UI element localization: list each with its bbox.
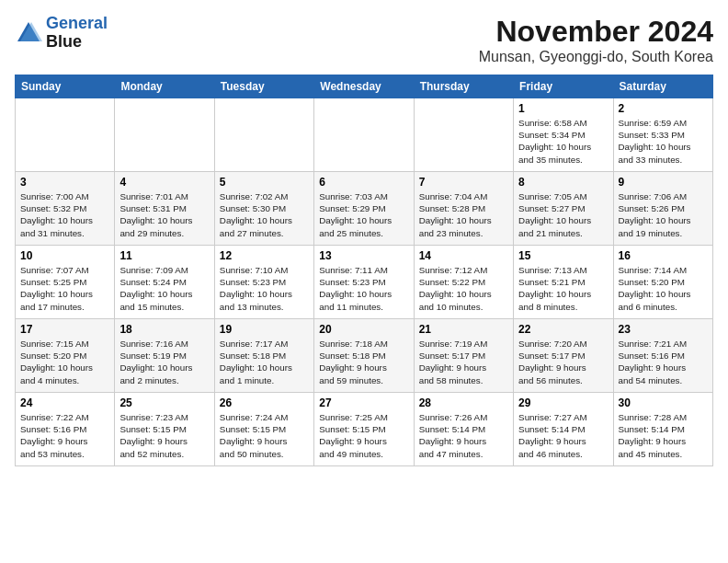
calendar-cell: [115, 98, 214, 172]
day-number: 22: [518, 323, 608, 336]
week-row-3: 10Sunrise: 7:07 AMSunset: 5:25 PMDayligh…: [16, 246, 713, 319]
calendar-cell: 9Sunrise: 7:06 AMSunset: 5:26 PMDaylight…: [613, 172, 712, 246]
col-header-saturday: Saturday: [613, 75, 712, 98]
logo: General Blue: [15, 15, 108, 52]
title-area: November 2024 Munsan, Gyeonggi-do, South…: [479, 15, 713, 65]
day-info: Sunrise: 7:00 AMSunset: 5:32 PMDaylight:…: [20, 190, 109, 239]
calendar-cell: 27Sunrise: 7:25 AMSunset: 5:15 PMDayligh…: [314, 393, 414, 466]
col-header-tuesday: Tuesday: [214, 75, 313, 98]
day-info: Sunrise: 7:16 AMSunset: 5:19 PMDaylight:…: [119, 338, 209, 386]
day-info: Sunrise: 7:13 AMSunset: 5:21 PMDaylight:…: [518, 264, 608, 313]
week-row-1: 1Sunrise: 6:58 AMSunset: 5:34 PMDaylight…: [16, 98, 713, 172]
day-number: 13: [319, 249, 408, 262]
day-info: Sunrise: 7:21 AMSunset: 5:16 PMDaylight:…: [619, 338, 708, 386]
day-number: 12: [220, 249, 309, 262]
day-info: Sunrise: 6:58 AMSunset: 5:34 PMDaylight:…: [518, 117, 608, 166]
calendar-cell: 29Sunrise: 7:27 AMSunset: 5:14 PMDayligh…: [514, 393, 613, 466]
calendar-cell: 3Sunrise: 7:00 AMSunset: 5:32 PMDaylight…: [16, 172, 115, 246]
day-number: 10: [20, 249, 109, 262]
day-info: Sunrise: 7:19 AMSunset: 5:17 PMDaylight:…: [419, 338, 508, 386]
day-number: 7: [419, 176, 508, 189]
calendar-cell: [314, 98, 414, 172]
day-number: 19: [220, 323, 309, 336]
day-info: Sunrise: 7:11 AMSunset: 5:23 PMDaylight:…: [319, 264, 408, 313]
day-info: Sunrise: 7:25 AMSunset: 5:15 PMDaylight:…: [319, 411, 408, 460]
calendar-cell: 12Sunrise: 7:10 AMSunset: 5:23 PMDayligh…: [214, 246, 313, 319]
day-number: 23: [619, 323, 708, 336]
day-number: 16: [619, 249, 708, 262]
calendar-cell: 5Sunrise: 7:02 AMSunset: 5:30 PMDaylight…: [214, 172, 313, 246]
day-number: 9: [619, 176, 708, 189]
day-info: Sunrise: 7:06 AMSunset: 5:26 PMDaylight:…: [619, 190, 708, 239]
day-info: Sunrise: 7:05 AMSunset: 5:27 PMDaylight:…: [518, 190, 608, 239]
logo-text: General Blue: [46, 15, 108, 52]
week-row-2: 3Sunrise: 7:00 AMSunset: 5:32 PMDaylight…: [16, 172, 713, 246]
day-info: Sunrise: 7:24 AMSunset: 5:15 PMDaylight:…: [220, 411, 309, 460]
day-number: 11: [119, 249, 209, 262]
day-info: Sunrise: 7:12 AMSunset: 5:22 PMDaylight:…: [419, 264, 508, 313]
week-row-5: 24Sunrise: 7:22 AMSunset: 5:16 PMDayligh…: [16, 393, 713, 466]
col-header-sunday: Sunday: [16, 75, 115, 98]
day-info: Sunrise: 7:22 AMSunset: 5:16 PMDaylight:…: [20, 411, 109, 460]
day-number: 6: [319, 176, 408, 189]
calendar-cell: 22Sunrise: 7:20 AMSunset: 5:17 PMDayligh…: [514, 319, 613, 393]
calendar-table: SundayMondayTuesdayWednesdayThursdayFrid…: [15, 75, 713, 466]
calendar-cell: [414, 98, 513, 172]
col-header-monday: Monday: [115, 75, 214, 98]
logo-icon: [15, 19, 42, 47]
calendar-cell: 21Sunrise: 7:19 AMSunset: 5:17 PMDayligh…: [414, 319, 513, 393]
day-info: Sunrise: 7:15 AMSunset: 5:20 PMDaylight:…: [20, 338, 109, 386]
calendar-cell: 11Sunrise: 7:09 AMSunset: 5:24 PMDayligh…: [115, 246, 214, 319]
calendar-header-row: SundayMondayTuesdayWednesdayThursdayFrid…: [16, 75, 713, 98]
calendar-cell: 4Sunrise: 7:01 AMSunset: 5:31 PMDaylight…: [115, 172, 214, 246]
day-info: Sunrise: 6:59 AMSunset: 5:33 PMDaylight:…: [619, 117, 708, 166]
day-number: 5: [220, 176, 309, 189]
day-info: Sunrise: 7:14 AMSunset: 5:20 PMDaylight:…: [619, 264, 708, 313]
calendar-cell: 18Sunrise: 7:16 AMSunset: 5:19 PMDayligh…: [115, 319, 214, 393]
day-number: 25: [119, 396, 209, 409]
day-info: Sunrise: 7:09 AMSunset: 5:24 PMDaylight:…: [119, 264, 209, 313]
day-number: 17: [20, 323, 109, 336]
col-header-friday: Friday: [514, 75, 613, 98]
week-row-4: 17Sunrise: 7:15 AMSunset: 5:20 PMDayligh…: [16, 319, 713, 393]
day-info: Sunrise: 7:07 AMSunset: 5:25 PMDaylight:…: [20, 264, 109, 313]
calendar-cell: 23Sunrise: 7:21 AMSunset: 5:16 PMDayligh…: [613, 319, 712, 393]
day-info: Sunrise: 7:20 AMSunset: 5:17 PMDaylight:…: [518, 338, 608, 386]
page-header: General Blue November 2024 Munsan, Gyeon…: [15, 15, 713, 65]
day-number: 1: [518, 102, 608, 115]
day-number: 24: [20, 396, 109, 409]
calendar-cell: 16Sunrise: 7:14 AMSunset: 5:20 PMDayligh…: [613, 246, 712, 319]
calendar-cell: 15Sunrise: 7:13 AMSunset: 5:21 PMDayligh…: [514, 246, 613, 319]
calendar-cell: 24Sunrise: 7:22 AMSunset: 5:16 PMDayligh…: [16, 393, 115, 466]
day-info: Sunrise: 7:02 AMSunset: 5:30 PMDaylight:…: [220, 190, 309, 239]
day-info: Sunrise: 7:28 AMSunset: 5:14 PMDaylight:…: [619, 411, 708, 460]
calendar-cell: 14Sunrise: 7:12 AMSunset: 5:22 PMDayligh…: [414, 246, 513, 319]
calendar-cell: 6Sunrise: 7:03 AMSunset: 5:29 PMDaylight…: [314, 172, 414, 246]
day-info: Sunrise: 7:04 AMSunset: 5:28 PMDaylight:…: [419, 190, 508, 239]
day-number: 29: [518, 396, 608, 409]
col-header-wednesday: Wednesday: [314, 75, 414, 98]
day-info: Sunrise: 7:27 AMSunset: 5:14 PMDaylight:…: [518, 411, 608, 460]
day-info: Sunrise: 7:18 AMSunset: 5:18 PMDaylight:…: [319, 338, 408, 386]
calendar-cell: [16, 98, 115, 172]
month-title: November 2024: [479, 15, 713, 49]
calendar-cell: 19Sunrise: 7:17 AMSunset: 5:18 PMDayligh…: [214, 319, 313, 393]
day-number: 28: [419, 396, 508, 409]
calendar-cell: 7Sunrise: 7:04 AMSunset: 5:28 PMDaylight…: [414, 172, 513, 246]
calendar-cell: 30Sunrise: 7:28 AMSunset: 5:14 PMDayligh…: [613, 393, 712, 466]
calendar-cell: 25Sunrise: 7:23 AMSunset: 5:15 PMDayligh…: [115, 393, 214, 466]
location: Munsan, Gyeonggi-do, South Korea: [479, 49, 713, 65]
calendar-cell: 8Sunrise: 7:05 AMSunset: 5:27 PMDaylight…: [514, 172, 613, 246]
col-header-thursday: Thursday: [414, 75, 513, 98]
calendar-cell: 26Sunrise: 7:24 AMSunset: 5:15 PMDayligh…: [214, 393, 313, 466]
day-number: 2: [619, 102, 708, 115]
day-number: 20: [319, 323, 408, 336]
calendar-cell: 1Sunrise: 6:58 AMSunset: 5:34 PMDaylight…: [514, 98, 613, 172]
day-number: 15: [518, 249, 608, 262]
day-number: 8: [518, 176, 608, 189]
calendar-cell: 13Sunrise: 7:11 AMSunset: 5:23 PMDayligh…: [314, 246, 414, 319]
day-info: Sunrise: 7:23 AMSunset: 5:15 PMDaylight:…: [119, 411, 209, 460]
day-info: Sunrise: 7:01 AMSunset: 5:31 PMDaylight:…: [119, 190, 209, 239]
day-number: 3: [20, 176, 109, 189]
day-number: 14: [419, 249, 508, 262]
